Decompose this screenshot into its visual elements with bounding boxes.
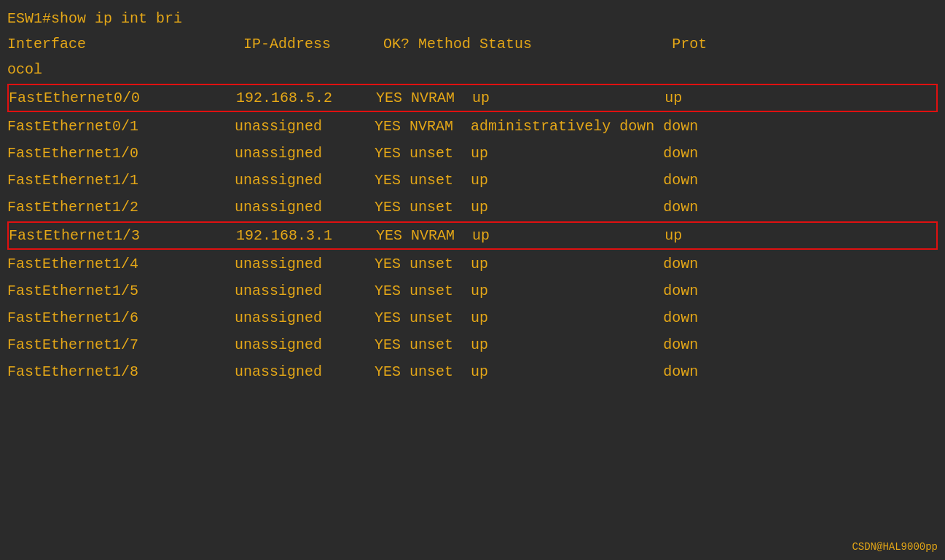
row-text: FastEthernet1/8 unassigned YES unset up …	[7, 363, 698, 380]
table-row: FastEthernet1/6 unassigned YES unset up …	[7, 305, 938, 331]
table-row: FastEthernet1/7 unassigned YES unset up …	[7, 332, 938, 358]
interface-rows: FastEthernet0/0 192.168.5.2 YES NVRAM up…	[7, 84, 938, 384]
table-row: FastEthernet1/1 unassigned YES unset up …	[7, 167, 938, 193]
table-row: FastEthernet1/3 192.168.3.1 YES NVRAM up…	[7, 221, 938, 250]
table-row: FastEthernet1/8 unassigned YES unset up …	[7, 359, 938, 384]
row-text: FastEthernet1/6 unassigned YES unset up …	[7, 309, 698, 326]
table-row: FastEthernet1/0 unassigned YES unset up …	[7, 141, 938, 166]
row-text: FastEthernet1/0 unassigned YES unset up …	[7, 145, 698, 162]
header-line-1: Interface IP-Address OK? Method Status P…	[7, 31, 938, 57]
table-row: FastEthernet1/4 unassigned YES unset up …	[7, 251, 938, 277]
row-text: FastEthernet0/1 unassigned YES NVRAM adm…	[7, 118, 698, 135]
row-text: FastEthernet1/5 unassigned YES unset up …	[7, 283, 698, 299]
watermark: CSDN@HAL9000pp	[852, 541, 938, 553]
row-text: FastEthernet1/3 192.168.3.1 YES NVRAM up…	[9, 227, 682, 244]
table-row: FastEthernet0/1 unassigned YES NVRAM adm…	[7, 114, 938, 139]
row-text: FastEthernet0/0 192.168.5.2 YES NVRAM up…	[9, 90, 682, 106]
header-line-2: ocol	[7, 57, 938, 82]
command-text: ESW1#show ip int bri	[7, 7, 182, 30]
header-text-2: ocol	[7, 58, 42, 81]
table-row: FastEthernet1/2 unassigned YES unset up …	[7, 194, 938, 220]
table-row: FastEthernet0/0 192.168.5.2 YES NVRAM up…	[7, 84, 938, 112]
row-text: FastEthernet1/1 unassigned YES unset up …	[7, 172, 698, 189]
terminal-window: ESW1#show ip int bri Interface IP-Addres…	[0, 0, 945, 560]
row-text: FastEthernet1/4 unassigned YES unset up …	[7, 256, 698, 272]
row-text: FastEthernet1/2 unassigned YES unset up …	[7, 199, 698, 216]
header-text-1: Interface IP-Address OK? Method Status P…	[7, 33, 707, 55]
row-text: FastEthernet1/7 unassigned YES unset up …	[7, 336, 698, 353]
command-line: ESW1#show ip int bri	[7, 6, 938, 31]
table-row: FastEthernet1/5 unassigned YES unset up …	[7, 278, 938, 304]
